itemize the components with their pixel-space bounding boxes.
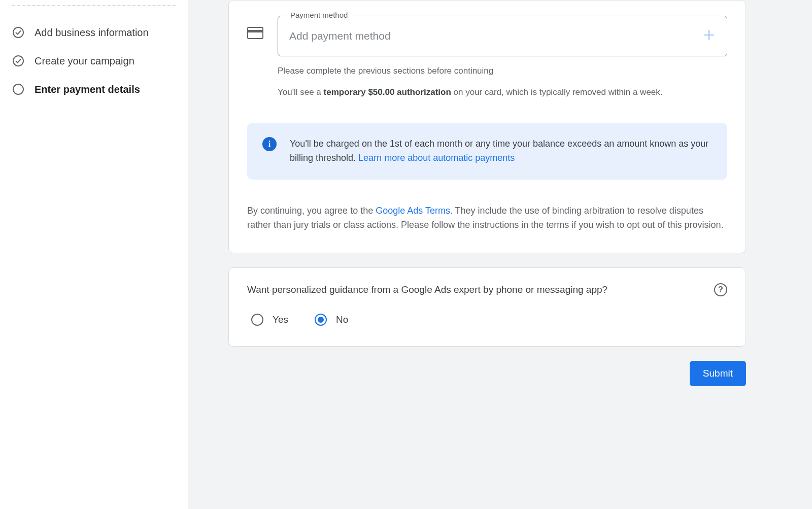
guidance-card: Want personalized guidance from a Google… [228,267,746,347]
radio-unchecked-icon [251,314,263,326]
payment-method-legend: Payment method [286,11,352,19]
payment-method-placeholder: Add payment method [289,30,391,42]
step-business-info[interactable]: Add business information [12,18,176,47]
svg-point-1 [13,56,23,66]
help-icon[interactable]: ? [714,283,727,296]
billing-info-text: You'll be charged on the 1st of each mon… [290,137,712,165]
info-icon: i [262,137,277,151]
radio-yes[interactable]: Yes [251,314,288,326]
payment-method-field[interactable]: Payment method Add payment method [278,16,727,56]
empty-circle-icon [12,83,24,95]
svg-rect-2 [248,27,263,39]
plus-icon [702,28,716,44]
step-label: Add business information [35,27,149,39]
helper-authorization: You'll see a temporary $50.00 authorizat… [278,86,727,99]
guidance-radio-group: Yes No [247,314,727,326]
learn-more-link[interactable]: Learn more about automatic payments [358,153,515,163]
step-label: Create your campaign [35,55,134,67]
terms-text: By continuing, you agree to the Google A… [247,204,727,232]
sidebar-divider [12,5,176,6]
credit-card-icon [247,27,263,39]
radio-no-label: No [336,314,348,325]
guidance-question: Want personalized guidance from a Google… [247,284,607,295]
svg-rect-3 [248,30,263,32]
step-payment-details[interactable]: Enter payment details [12,75,176,104]
submit-row: Submit [228,361,746,386]
step-label: Enter payment details [35,84,140,95]
google-ads-terms-link[interactable]: Google Ads Terms [376,206,450,216]
check-circle-icon [12,26,24,39]
step-create-campaign[interactable]: Create your campaign [12,47,176,75]
helper-complete-sections: Please complete the previous sections be… [278,64,727,78]
svg-point-0 [13,27,23,38]
check-circle-icon [12,55,24,67]
radio-no[interactable]: No [315,314,348,326]
progress-sidebar: Add business information Create your cam… [0,0,188,509]
billing-info-banner: i You'll be charged on the 1st of each m… [247,123,727,180]
radio-yes-label: Yes [273,314,288,325]
radio-checked-icon [315,314,327,326]
main-content: Payment method Add payment method Please… [188,0,812,509]
payment-card: Payment method Add payment method Please… [228,0,746,253]
submit-button[interactable]: Submit [690,361,746,386]
